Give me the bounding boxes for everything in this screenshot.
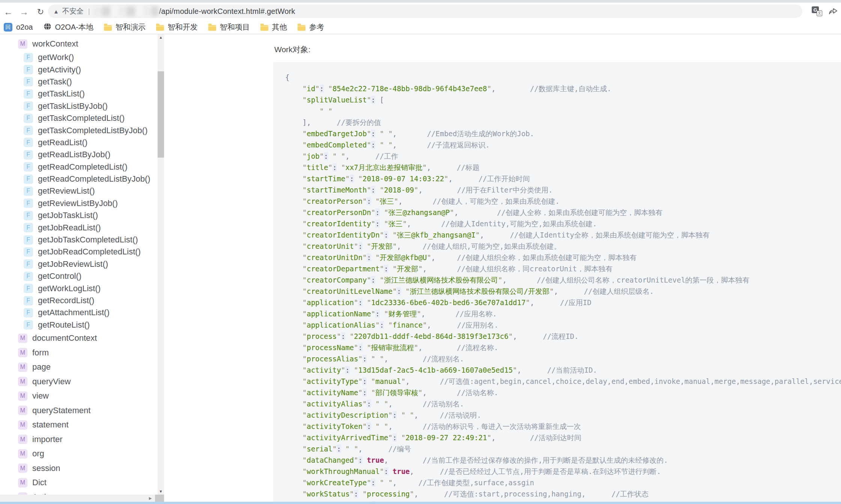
sidebar-item-label: session [32,463,60,473]
code-token [285,377,302,385]
code-token: " [302,366,307,374]
folder-icon [208,25,216,31]
sidebar-vertical-scrollbar[interactable]: ▲ ▼ [158,34,164,495]
sidebar-item-getReadListByJob[interactable]: FgetReadListByJob() [0,149,157,161]
code-token: 浙江兰德纵横网络技术股份有限公司 [384,276,498,284]
forward-button[interactable]: → [18,6,30,18]
code-token: " [302,343,307,352]
bookmark-item-其他[interactable]: 其他 [260,22,287,32]
sidebar-item-documentContext[interactable]: MdocumentContext [0,331,157,346]
code-token [367,377,371,385]
sidebar-item-queryStatement[interactable]: MqueryStatement [0,403,157,418]
api-nav-sidebar: MworkContextFgetWork()FgetActivity()Fget… [0,34,157,495]
security-warning-icon[interactable]: ▲ [53,8,59,15]
code-token: , [384,355,388,363]
sidebar-item-getReadCompletedListByJob[interactable]: FgetReadCompletedListByJob() [0,173,157,185]
function-badge-icon: F [24,114,33,123]
security-label[interactable]: 不安全 [62,6,84,16]
sidebar-item-getJobReadCompletedList[interactable]: FgetJobReadCompletedList() [0,246,157,258]
code-token [285,276,302,284]
code-token: [ [380,96,384,104]
share-icon[interactable] [828,6,838,16]
code-token [431,321,457,329]
function-badge-icon: F [24,223,33,232]
sidebar-item-importer[interactable]: Mimporter [0,432,157,447]
sidebar-item-queryView[interactable]: MqueryView [0,374,157,389]
code-token: " [414,186,418,194]
sidebar-item-getRecordList[interactable]: FgetRecordList() [0,295,157,307]
sidebar-item-getWork[interactable]: FgetWork() [0,51,157,63]
code-token: //流程名称. [457,343,498,352]
bookmark-item-智和开发[interactable]: 智和开发 [156,22,198,32]
scroll-down-icon[interactable]: ▼ [158,488,164,495]
code-line: "applicationAlias": "finance", //应用别名. [285,321,498,329]
sidebar-item-getJobReadList[interactable]: FgetJobReadList() [0,221,157,233]
code-token: " [367,141,371,149]
bookmark-item-智和项目[interactable]: 智和项目 [208,22,250,32]
sidebar-item-getTaskListByJob[interactable]: FgetTaskListByJob() [0,100,157,112]
sidebar-item-org[interactable]: Morg [0,447,157,461]
sidebar-item-label: form [32,348,49,358]
code-token: " [302,287,307,295]
work-object-heading: Work对象: [274,44,310,55]
bookmark-item-智和演示[interactable]: 智和演示 [104,22,146,32]
code-token: : [367,422,371,430]
bookmark-item-参考[interactable]: 参考 [298,22,324,32]
code-token [285,253,302,262]
code-token [285,84,302,93]
scroll-up-icon[interactable]: ▲ [158,34,164,41]
sidebar-horizontal-scrollbar[interactable]: ▶ [0,495,164,502]
code-token [350,445,354,453]
sidebar-item-getTaskList[interactable]: FgetTaskList() [0,88,157,100]
code-token: : [375,208,379,217]
sidebar-item-form[interactable]: Mform [0,345,157,360]
sidebar-item-getWorkLogList[interactable]: FgetWorkLogList() [0,282,157,294]
sidebar-item-getReadList[interactable]: FgetReadList() [0,137,157,149]
sidebar-item-getJobTaskList[interactable]: FgetJobTaskList() [0,209,157,221]
bookmarks-bar: 回o2oaO2OA-本地智和演示智和开发智和项目其他参考 [0,21,841,34]
url-path[interactable]: /api/module-workContext.html#.getWork [159,7,295,16]
sidebar-item-Actions[interactable]: MActions [0,490,157,495]
sidebar-item-getJobReviewList[interactable]: FgetJobReviewList() [0,258,157,270]
bookmark-item-O2OA-本地[interactable]: O2OA-本地 [44,22,93,32]
code-token: , [554,287,558,295]
code-token [285,467,302,475]
json-example-code[interactable]: { "id": "854e2c22-718e-48bb-98db-96f4b43… [273,62,841,502]
sidebar-item-getTaskCompletedListByJob[interactable]: FgetTaskCompletedListByJob() [0,124,157,136]
code-token [341,445,345,453]
code-token: " [302,141,307,149]
sidebar-item-getReadCompletedList[interactable]: FgetReadCompletedList() [0,161,157,173]
code-token: " [337,332,341,340]
sidebar-item-session[interactable]: Msession [0,461,157,475]
code-token [423,343,457,352]
sidebar-item-getAttachmentList[interactable]: FgetAttachmentList() [0,307,157,319]
reload-button[interactable]: ↻ [35,6,47,18]
code-token [375,478,379,487]
sidebar-item-getTask[interactable]: FgetTask() [0,76,157,88]
sidebar-item-getTaskCompletedList[interactable]: FgetTaskCompletedList() [0,112,157,124]
sidebar-item-workContext[interactable]: MworkContext [0,36,157,51]
sidebar-item-label: documentContext [32,333,97,343]
code-token: : [393,411,397,419]
bookmark-item-o2oa[interactable]: 回o2oa [4,23,33,32]
scroll-right-icon[interactable]: ▶ [147,495,153,502]
sidebar-item-getJobTaskCompletedList[interactable]: FgetJobTaskCompletedList() [0,234,157,246]
address-bar[interactable]: ▲ 不安全 | /api/module-workContext.html#.ge… [48,5,802,18]
sidebar-item-Dict[interactable]: MDict [0,475,157,490]
sidebar-item-getControl[interactable]: FgetControl() [0,270,157,282]
sidebar-item-getReviewListByJob[interactable]: FgetReviewListByJob() [0,197,157,209]
sidebar-scrollbar-thumb[interactable] [158,71,164,158]
code-token: : [350,175,354,183]
code-token [285,310,302,318]
back-button[interactable]: ← [2,6,14,18]
sidebar-item-getRouteList[interactable]: FgetRouteList() [0,319,157,331]
sidebar-item-page[interactable]: Mpage [0,360,157,375]
code-line: "activityDescription": " ", //活动说明. [285,411,481,419]
code-token [388,231,393,239]
sidebar-item-statement[interactable]: Mstatement [0,418,157,432]
sidebar-item-view[interactable]: Mview [0,389,157,403]
translate-icon[interactable]: G 文 [812,6,822,16]
sidebar-item-getReviewList[interactable]: FgetReviewList() [0,185,157,197]
code-line: "serial": " ", //编号 [285,445,411,453]
sidebar-item-getActivity[interactable]: FgetActivity() [0,63,157,75]
